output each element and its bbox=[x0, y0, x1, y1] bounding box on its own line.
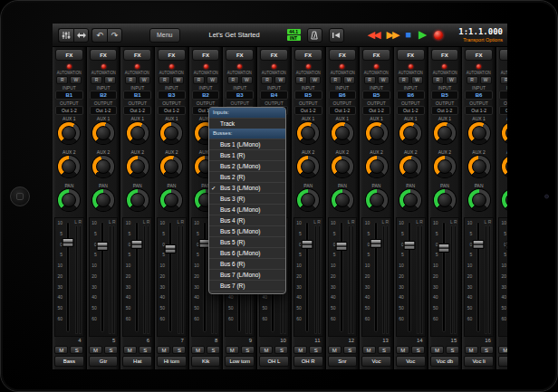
automation-write-button[interactable]: W bbox=[139, 76, 150, 84]
input-select[interactable]: B6 bbox=[397, 91, 425, 100]
mute-button[interactable]: M bbox=[498, 346, 507, 354]
dropdown-item[interactable]: ✓Bus 3 (L/Mono) bbox=[209, 182, 285, 193]
mute-button[interactable]: M bbox=[362, 346, 376, 354]
channel-name-button[interactable]: Snr bbox=[328, 356, 358, 367]
fader-cap[interactable] bbox=[302, 240, 313, 249]
record-arm-led[interactable] bbox=[101, 64, 106, 69]
redo-button[interactable]: ↷ bbox=[107, 28, 122, 43]
dropdown-item[interactable]: Bus 4 (R) bbox=[209, 215, 285, 225]
aux2-knob[interactable] bbox=[127, 156, 149, 177]
aux1-knob[interactable] bbox=[434, 122, 456, 144]
aux1-knob[interactable] bbox=[58, 122, 80, 144]
input-select[interactable]: B5 bbox=[294, 91, 322, 100]
automation-write-button[interactable]: W bbox=[343, 76, 355, 84]
record-arm-led[interactable] bbox=[237, 64, 242, 69]
fader-track[interactable] bbox=[101, 222, 104, 332]
output-select[interactable]: Out 1-2 bbox=[329, 106, 357, 115]
fader-track[interactable] bbox=[305, 222, 309, 332]
solo-button[interactable]: S bbox=[411, 346, 425, 354]
pan-knob[interactable] bbox=[297, 189, 319, 211]
automation-write-button[interactable]: W bbox=[309, 76, 321, 84]
fx-button[interactable]: FX bbox=[294, 49, 322, 61]
fader-track[interactable] bbox=[340, 222, 343, 332]
mute-button[interactable]: M bbox=[157, 346, 170, 354]
automation-write-button[interactable]: W bbox=[378, 76, 390, 84]
output-select[interactable]: Out 1-2 bbox=[158, 106, 186, 115]
automation-read-button[interactable]: R bbox=[261, 76, 273, 84]
aux1-knob[interactable] bbox=[502, 122, 507, 144]
solo-button[interactable]: S bbox=[480, 346, 494, 354]
dropdown-item[interactable]: Bus 5 (L/Mono) bbox=[209, 225, 285, 236]
fader-cap[interactable] bbox=[472, 240, 484, 249]
fx-button[interactable]: FX bbox=[90, 49, 118, 61]
rewind-button[interactable]: ◀◀ bbox=[368, 30, 380, 40]
aux2-knob[interactable] bbox=[434, 156, 456, 177]
dropdown-item[interactable]: Bus 1 (R) bbox=[209, 149, 285, 160]
metronome-button[interactable] bbox=[307, 28, 322, 43]
automation-read-button[interactable]: R bbox=[227, 76, 239, 84]
fader-track[interactable] bbox=[408, 222, 411, 332]
mute-button[interactable]: M bbox=[328, 346, 342, 354]
solo-button[interactable]: S bbox=[70, 346, 83, 354]
fader-cap[interactable] bbox=[438, 244, 449, 253]
output-select[interactable]: Out 1-2 bbox=[362, 106, 390, 115]
channel-name-button[interactable]: Voc bbox=[498, 356, 507, 367]
input-select[interactable]: B3 bbox=[158, 91, 186, 100]
fader-track[interactable] bbox=[66, 222, 70, 332]
time-display[interactable]: 1:1.1.000 bbox=[458, 28, 503, 36]
solo-button[interactable]: S bbox=[104, 346, 118, 354]
channel-name-button[interactable]: Hat bbox=[122, 356, 152, 367]
dropdown-item[interactable]: Bus 8 (L/Mono) bbox=[209, 291, 285, 294]
input-select[interactable]: B2 bbox=[192, 91, 220, 100]
mute-button[interactable]: M bbox=[191, 346, 205, 354]
automation-write-button[interactable]: W bbox=[411, 76, 423, 84]
dropdown-item[interactable]: Bus 2 (L/Mono) bbox=[209, 160, 285, 171]
mute-button[interactable]: M bbox=[430, 346, 444, 354]
output-select[interactable]: Out 1-2 bbox=[294, 106, 322, 115]
record-button[interactable] bbox=[434, 31, 443, 40]
record-arm-led[interactable] bbox=[409, 64, 413, 69]
output-select[interactable]: Out 1-2 bbox=[465, 106, 493, 115]
transport-options-link[interactable]: Transport Options bbox=[463, 37, 503, 43]
solo-button[interactable]: S bbox=[446, 346, 459, 354]
play-button[interactable]: ▶ bbox=[418, 30, 427, 40]
automation-read-button[interactable]: R bbox=[91, 76, 102, 84]
mixer-view-button[interactable] bbox=[58, 28, 73, 43]
aux2-knob[interactable] bbox=[468, 156, 490, 177]
record-arm-led[interactable] bbox=[340, 64, 344, 69]
output-select[interactable]: Out 1-2 bbox=[397, 106, 425, 115]
mute-button[interactable]: M bbox=[54, 346, 68, 354]
dropdown-item[interactable]: Bus 7 (L/Mono) bbox=[209, 269, 285, 280]
output-select[interactable]: Out 1-2 bbox=[123, 106, 151, 115]
automation-write-button[interactable]: W bbox=[274, 76, 286, 84]
fader-cap[interactable] bbox=[165, 244, 177, 253]
stop-button[interactable]: ■ bbox=[405, 30, 411, 40]
channel-name-button[interactable]: Gtr bbox=[89, 356, 119, 367]
dropdown-item[interactable]: Bus 3 (R) bbox=[209, 193, 285, 204]
mute-button[interactable]: M bbox=[396, 346, 409, 354]
dropdown-item[interactable]: Bus 1 (L/Mono) bbox=[209, 139, 285, 149]
automation-read-button[interactable]: R bbox=[159, 76, 170, 84]
fx-button[interactable]: FX bbox=[499, 49, 507, 61]
solo-button[interactable]: S bbox=[343, 346, 357, 354]
fader-cap[interactable] bbox=[506, 241, 507, 250]
pan-knob[interactable] bbox=[332, 189, 353, 211]
automation-read-button[interactable]: R bbox=[432, 76, 444, 84]
fader-cap[interactable] bbox=[404, 241, 416, 250]
solo-button[interactable]: S bbox=[207, 346, 220, 354]
mute-button[interactable]: M bbox=[89, 346, 102, 354]
aux2-knob[interactable] bbox=[160, 156, 182, 177]
record-arm-led[interactable] bbox=[272, 64, 276, 69]
input-select[interactable]: B1 bbox=[55, 91, 83, 100]
mute-button[interactable]: M bbox=[226, 346, 239, 354]
record-arm-led[interactable] bbox=[169, 64, 174, 69]
aux1-knob[interactable] bbox=[92, 122, 114, 144]
automation-write-button[interactable]: W bbox=[104, 76, 116, 84]
automation-write-button[interactable]: W bbox=[172, 76, 184, 84]
fader-track[interactable] bbox=[476, 222, 480, 332]
fx-button[interactable]: FX bbox=[431, 49, 459, 61]
output-select[interactable]: Out 1-2 bbox=[499, 106, 507, 115]
automation-read-button[interactable]: R bbox=[500, 76, 507, 84]
aux1-knob[interactable] bbox=[468, 122, 490, 144]
solo-button[interactable]: S bbox=[172, 346, 186, 354]
